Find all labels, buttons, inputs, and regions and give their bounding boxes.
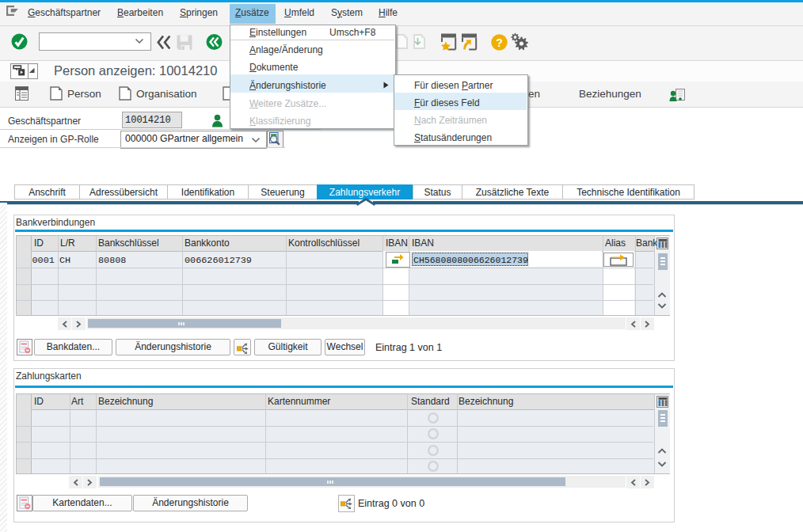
svg-text:?: ?	[496, 36, 503, 49]
